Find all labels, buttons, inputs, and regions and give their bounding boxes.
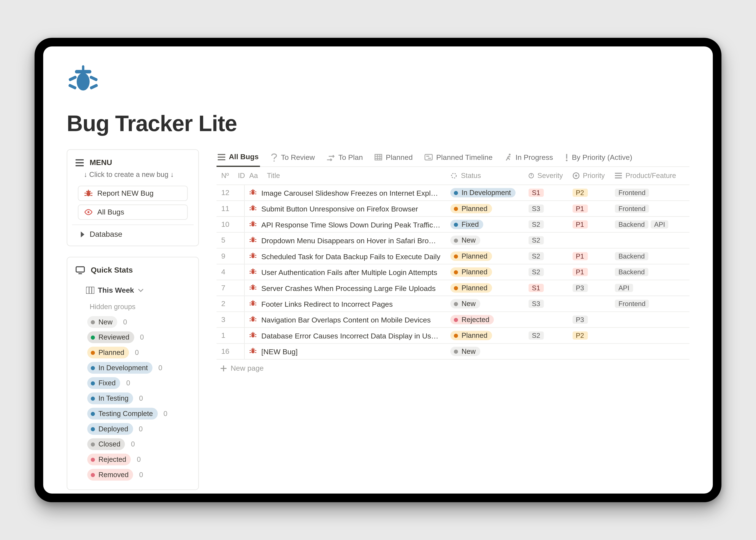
tab-in-progress[interactable]: In Progress xyxy=(503,150,554,166)
product-tag: Frontend xyxy=(615,300,649,308)
cell-id: 9 xyxy=(216,248,244,264)
caret-right-icon xyxy=(80,231,85,237)
status-group-row[interactable]: Closed0 xyxy=(87,437,190,452)
status-dot-icon xyxy=(91,366,95,370)
table-row[interactable]: 4User Authentication Fails after Multipl… xyxy=(216,264,690,280)
tab-to-plan[interactable]: To Plan xyxy=(325,150,364,166)
cell-title[interactable]: Footer Links Redirect to Incorrect Pages xyxy=(244,296,445,312)
status-pill: Rejected xyxy=(87,454,131,465)
svg-point-110 xyxy=(252,349,255,353)
this-week-toggle[interactable]: This Week xyxy=(72,283,193,300)
menu-icon xyxy=(75,159,84,166)
tab-planned-timeline[interactable]: Planned Timeline xyxy=(423,150,494,166)
status-group-row[interactable]: Testing Complete0 xyxy=(87,406,190,421)
table-row[interactable]: 12Image Carousel Slideshow Freezes on In… xyxy=(216,185,690,201)
table-row[interactable]: 16[NEW Bug]New xyxy=(216,343,690,359)
status-count: 0 xyxy=(158,364,162,372)
priority-badge: P3 xyxy=(572,284,587,292)
tab-all-bugs[interactable]: All Bugs xyxy=(216,149,260,167)
col-title[interactable]: Aa Title xyxy=(244,167,445,185)
cell-priority: P2 xyxy=(567,328,610,343)
status-dot-icon xyxy=(91,472,95,477)
status-pill-label: Rejected xyxy=(98,454,126,465)
cell-title[interactable]: Image Carousel Slideshow Freezes on Inte… xyxy=(244,185,445,201)
table-row[interactable]: 5Dropdown Menu Disappears on Hover in Sa… xyxy=(216,232,690,248)
cell-priority xyxy=(567,232,610,248)
status-dot-icon xyxy=(454,334,458,338)
database-toggle[interactable]: Database xyxy=(72,224,193,246)
svg-point-82 xyxy=(252,286,255,289)
cell-title[interactable]: Scheduled Task for Data Backup Fails to … xyxy=(244,248,445,264)
cell-product: Frontend xyxy=(610,296,690,312)
svg-rect-87 xyxy=(249,289,251,289)
status-dot-icon xyxy=(454,238,458,242)
cell-id: 10 xyxy=(216,216,244,232)
cell-priority: P3 xyxy=(567,280,610,296)
table-row[interactable]: 1Database Error Causes Incorrect Data Di… xyxy=(216,328,690,343)
col-id[interactable]: Nº ID xyxy=(216,167,244,185)
menu-card: MENU ↓ Click to create a new bug ↓ Repor… xyxy=(67,149,199,246)
quick-stats-card: Quick Stats This Week Hidden groups New0… xyxy=(67,257,199,490)
view-tabs: All BugsTo ReviewTo PlanPlannedPlanned T… xyxy=(216,149,690,167)
status-chip: Planned xyxy=(450,267,492,277)
status-group-row[interactable]: In Testing0 xyxy=(87,391,190,406)
status-group-row[interactable]: Fixed0 xyxy=(87,375,190,391)
severity-badge: S2 xyxy=(528,268,544,276)
table-row[interactable]: 3Navigation Bar Overlaps Content on Mobi… xyxy=(216,312,690,328)
table-row[interactable]: 9Scheduled Task for Data Backup Fails to… xyxy=(216,248,690,264)
svg-rect-79 xyxy=(255,271,257,271)
status-dot-icon xyxy=(91,396,95,400)
new-page-button[interactable]: New page xyxy=(216,360,690,377)
col-product[interactable]: Product/Feature xyxy=(610,167,690,185)
menu-heading: MENU xyxy=(72,156,193,171)
cell-title[interactable]: Database Error Causes Incorrect Data Dis… xyxy=(244,328,445,343)
status-pill: Fixed xyxy=(87,377,120,389)
cell-title[interactable]: [NEW Bug] xyxy=(244,343,445,359)
svg-rect-91 xyxy=(251,301,255,302)
table-icon xyxy=(375,154,382,161)
status-group-row[interactable]: In Development0 xyxy=(87,360,190,375)
svg-rect-38 xyxy=(615,175,622,176)
status-pill-label: New xyxy=(98,317,113,327)
cell-title[interactable]: Submit Button Unresponsive on Firefox Br… xyxy=(244,201,445,216)
col-priority[interactable]: Priority xyxy=(567,167,610,185)
status-group-row[interactable]: Removed0 xyxy=(87,467,190,482)
bug-icon xyxy=(249,315,258,324)
all-bugs-button[interactable]: All Bugs xyxy=(78,204,188,220)
svg-rect-56 xyxy=(251,221,255,222)
tab-to-review[interactable]: To Review xyxy=(269,150,316,166)
cell-product: BackendAPI xyxy=(610,216,690,232)
svg-rect-21 xyxy=(89,287,89,294)
cell-severity: S2 xyxy=(524,264,567,280)
cell-title[interactable]: Dropdown Menu Disappears on Hover in Saf… xyxy=(244,232,445,248)
svg-point-10 xyxy=(87,192,90,196)
svg-rect-27 xyxy=(375,154,382,160)
svg-rect-114 xyxy=(255,350,257,350)
table-row[interactable]: 2Footer Links Redirect to Incorrect Page… xyxy=(216,296,690,312)
status-group-row[interactable]: Planned0 xyxy=(87,345,190,360)
chevron-down-icon xyxy=(138,288,143,293)
svg-point-0 xyxy=(77,73,90,90)
col-status[interactable]: Status xyxy=(445,167,524,185)
table-header-row: Nº ID Aa Title Status Severity Priority … xyxy=(216,167,690,185)
col-severity[interactable]: Severity xyxy=(524,167,567,185)
status-group-row[interactable]: New0 xyxy=(87,314,190,330)
report-bug-button[interactable]: Report NEW Bug xyxy=(78,186,188,201)
severity-badge: S1 xyxy=(528,284,544,292)
cell-title[interactable]: User Authentication Fails after Multiple… xyxy=(244,264,445,280)
status-group-row[interactable]: Rejected0 xyxy=(87,452,190,467)
cell-title[interactable]: Navigation Bar Overlaps Content on Mobil… xyxy=(244,312,445,328)
tab-by-priority-active[interactable]: By Priority (Active) xyxy=(564,150,633,166)
status-group-row[interactable]: Deployed0 xyxy=(87,421,190,437)
table-row[interactable]: 11Submit Button Unresponsive on Firefox … xyxy=(216,201,690,216)
status-group-row[interactable]: Reviewed0 xyxy=(87,330,190,345)
cell-id: 16 xyxy=(216,343,244,359)
table-row[interactable]: 10API Response Time Slows Down During Pe… xyxy=(216,216,690,232)
table-row[interactable]: 7Server Crashes When Processing Large Fi… xyxy=(216,280,690,296)
cell-severity: S3 xyxy=(524,296,567,312)
cell-title[interactable]: API Response Time Slows Down During Peak… xyxy=(244,216,445,232)
cell-title[interactable]: Server Crashes When Processing Large Fil… xyxy=(244,280,445,296)
tab-planned[interactable]: Planned xyxy=(373,150,414,166)
tab-label: To Review xyxy=(281,153,315,161)
svg-rect-18 xyxy=(76,267,84,272)
